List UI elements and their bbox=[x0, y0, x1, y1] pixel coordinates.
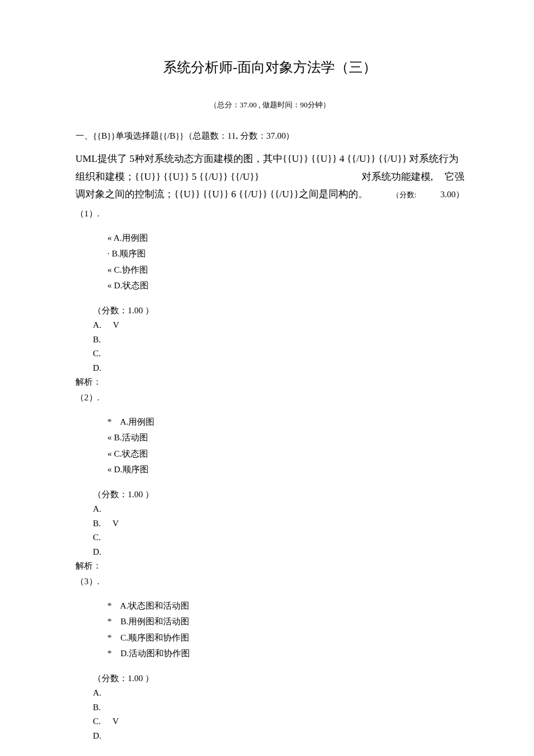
answer-item: A. bbox=[93, 502, 464, 516]
answer-label: B. bbox=[93, 703, 101, 712]
answer-label: B. bbox=[93, 335, 101, 344]
option-item: « A.用例图 bbox=[107, 231, 464, 246]
sub-question: （2）.* A.用例图« B.活动图« C.状态图« D.顺序图（分数：1.00… bbox=[75, 392, 464, 571]
answer-item: B. bbox=[93, 700, 464, 715]
sub-score: （分数：1.00 ） bbox=[93, 489, 464, 500]
question-stem: UML提供了 5种对系统动态方面建模的图，其中{{U}} {{U}} 4 {{/… bbox=[75, 150, 464, 204]
bullet-icon: * bbox=[107, 417, 112, 426]
answer-label: D. bbox=[93, 363, 102, 372]
document-title: 系统分析师-面向对象方法学（三） bbox=[75, 58, 464, 77]
bullet-icon: « bbox=[107, 233, 112, 243]
option-text: A.用例图 bbox=[112, 417, 155, 426]
option-text: B.活动图 bbox=[112, 433, 149, 442]
answer-item: B.V bbox=[93, 516, 464, 531]
option-text: D.顺序图 bbox=[112, 465, 149, 474]
stem-line-1: UML提供了 5种对系统动态方面建模的图，其中{{U}} {{U}} 4 {{/… bbox=[75, 150, 464, 168]
options-list: * A.状态图和活动图* B.用例图和活动图* C.顺序图和协作图* D.活动图… bbox=[107, 599, 464, 661]
answer-item: C.V bbox=[93, 714, 464, 729]
bullet-icon: « bbox=[107, 449, 112, 458]
answer-label: C. bbox=[93, 533, 101, 542]
document-page: 系统分析师-面向对象方法学（三） （总分：37.00 , 做题时间：90分钟） … bbox=[0, 0, 534, 756]
stem-line-2: 组织和建模；{{U}} {{U}} 5 {{/U}} {{/U}} 对系统功能建… bbox=[75, 168, 464, 186]
answer-item: D. bbox=[93, 361, 464, 375]
analysis-label: 解析： bbox=[75, 560, 464, 571]
option-item: « C.状态图 bbox=[107, 447, 464, 462]
bullet-icon: * bbox=[107, 617, 112, 626]
checkmark-icon: V bbox=[113, 717, 119, 726]
answer-label: C. bbox=[93, 717, 101, 726]
checkmark-icon: V bbox=[113, 320, 120, 330]
option-item: * A.用例图 bbox=[107, 415, 464, 430]
answer-label: B. bbox=[93, 519, 101, 528]
answer-item: A. bbox=[93, 686, 464, 700]
bullet-icon: « bbox=[107, 281, 112, 290]
option-item: * B.用例图和活动图 bbox=[107, 614, 464, 630]
option-text: C.协作图 bbox=[112, 265, 149, 274]
answer-label: A. bbox=[93, 688, 102, 697]
sub-question: （3）.* A.状态图和活动图* B.用例图和活动图* C.顺序图和协作图* D… bbox=[75, 576, 464, 743]
bullet-icon: « bbox=[107, 433, 112, 442]
options-list: « A.用例图· B.顺序图« C.协作图« D.状态图 bbox=[107, 231, 464, 294]
checkmark-icon: V bbox=[113, 519, 119, 528]
option-text: D.状态图 bbox=[112, 281, 149, 290]
bullet-icon: * bbox=[107, 633, 112, 642]
option-item: * C.顺序图和协作图 bbox=[107, 631, 464, 646]
option-item: « D.顺序图 bbox=[107, 462, 464, 478]
analysis-label: 解析： bbox=[75, 377, 464, 388]
option-text: C.顺序图和协作图 bbox=[112, 633, 190, 642]
option-text: B.顺序图 bbox=[110, 249, 146, 258]
answer-item: C. bbox=[93, 530, 464, 545]
answer-item: C. bbox=[93, 346, 464, 361]
sub-question: （1）.« A.用例图· B.顺序图« C.协作图« D.状态图（分数：1.00… bbox=[75, 208, 464, 388]
sub-score: （分数：1.00 ） bbox=[93, 305, 464, 316]
answer-label: C. bbox=[93, 349, 101, 358]
sub-score: （分数：1.00 ） bbox=[93, 673, 464, 684]
answer-label: D. bbox=[93, 547, 102, 556]
option-item: · B.顺序图 bbox=[107, 247, 464, 262]
bullet-icon: « bbox=[107, 465, 112, 474]
answer-list: A.VB.C.D. bbox=[93, 318, 464, 375]
document-subtitle: （总分：37.00 , 做题时间：90分钟） bbox=[75, 100, 464, 110]
sub-question-number: （1）. bbox=[75, 208, 464, 219]
options-list: * A.用例图« B.活动图« C.状态图« D.顺序图 bbox=[107, 415, 464, 478]
answer-label: A. bbox=[93, 504, 102, 513]
option-text: B.用例图和活动图 bbox=[112, 617, 190, 626]
option-text: C.状态图 bbox=[112, 449, 149, 458]
section-header: 一、{{B}}单项选择题{{/B}}（总题数：11, 分数：37.00） bbox=[75, 131, 464, 142]
stem-line-3: 调对象之间的控制流；{{U}} {{U}} 6 {{/U}} {{/U}}之间是… bbox=[75, 186, 464, 204]
sub-question-number: （3）. bbox=[75, 576, 464, 587]
bullet-icon: « bbox=[107, 265, 112, 274]
answer-item: D. bbox=[93, 545, 464, 559]
answer-item: A.V bbox=[93, 318, 464, 332]
option-item: « D.状态图 bbox=[107, 278, 464, 294]
answer-list: A.B.C.VD. bbox=[93, 686, 464, 743]
option-text: D.活动图和协作图 bbox=[112, 649, 190, 658]
answer-label: D. bbox=[93, 731, 102, 740]
option-item: « C.协作图 bbox=[107, 263, 464, 278]
answer-label: A. bbox=[93, 320, 102, 330]
answer-item: D. bbox=[93, 729, 464, 743]
answer-list: A.B.VC.D. bbox=[93, 502, 464, 559]
option-item: * A.状态图和活动图 bbox=[107, 599, 464, 614]
option-item: « B.活动图 bbox=[107, 431, 464, 446]
option-text: A.用例图 bbox=[112, 233, 149, 243]
bullet-icon: * bbox=[107, 601, 112, 610]
bullet-icon: * bbox=[107, 649, 112, 658]
option-item: * D.活动图和协作图 bbox=[107, 646, 464, 661]
sub-question-number: （2）. bbox=[75, 392, 464, 403]
option-text: A.状态图和活动图 bbox=[112, 601, 190, 610]
answer-item: B. bbox=[93, 332, 464, 347]
